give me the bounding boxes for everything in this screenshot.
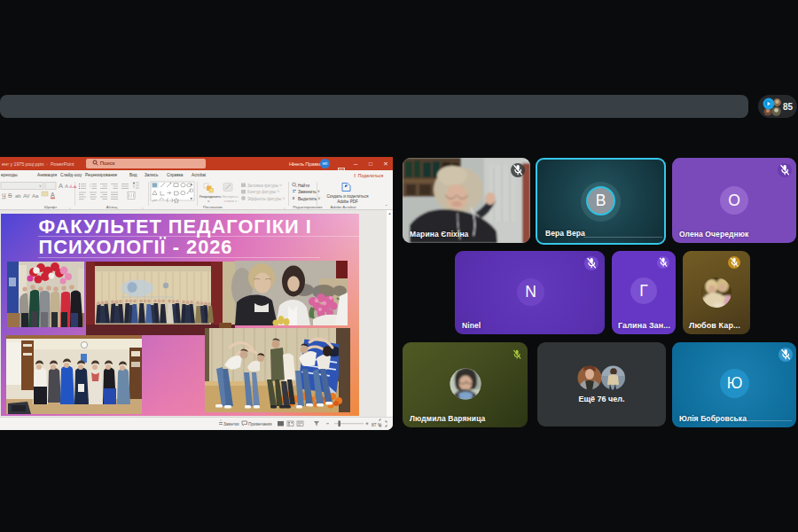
svg-text:⌞: ⌞: [284, 205, 286, 209]
svg-text:Абзац: Абзац: [106, 205, 118, 209]
svg-text:Шрифт: Шрифт: [44, 205, 57, 209]
svg-text:Заливка фигуры ˅: Заливка фигуры ˅: [247, 184, 282, 188]
svg-text:Заменить ˅: Заменить ˅: [298, 190, 320, 194]
svg-text:А: А: [51, 192, 55, 198]
svg-text:Рисование: Рисование: [203, 205, 223, 209]
svg-text:Adobe PDF: Adobe PDF: [337, 200, 358, 204]
svg-text:Ч: Ч: [2, 192, 6, 199]
svg-text:Создать и поделиться: Создать и поделиться: [326, 194, 369, 199]
svg-text:Контур фигуры ˅: Контур фигуры ˅: [247, 190, 279, 194]
svg-text:S: S: [8, 192, 12, 199]
svg-text:Найти: Найти: [298, 183, 310, 188]
svg-text:⌞: ⌞: [69, 205, 71, 209]
svg-text:Примечания: Примечания: [248, 422, 272, 426]
svg-text:˅: ˅: [39, 184, 42, 189]
svg-text:A: A: [59, 182, 63, 190]
svg-text:ab: ab: [15, 193, 21, 199]
svg-text:Выделить ˅: Выделить ˅: [298, 197, 320, 201]
svg-text:87 %: 87 %: [372, 422, 382, 427]
svg-text:A: A: [65, 184, 68, 189]
svg-text:Редактирование: Редактирование: [293, 205, 323, 209]
svg-text:AV: AV: [23, 193, 30, 199]
svg-text:Эффекты фигуры ˅: Эффекты фигуры ˅: [247, 197, 286, 201]
svg-text:Adobe Acrobat: Adobe Acrobat: [331, 205, 357, 209]
svg-text:Упорядочить: Упорядочить: [200, 194, 223, 199]
svg-text:Заметки: Заметки: [223, 422, 239, 426]
svg-text:стили ˅: стили ˅: [224, 199, 238, 203]
svg-text:Аа: Аа: [32, 193, 39, 199]
svg-text:⌞: ⌞: [142, 205, 144, 209]
